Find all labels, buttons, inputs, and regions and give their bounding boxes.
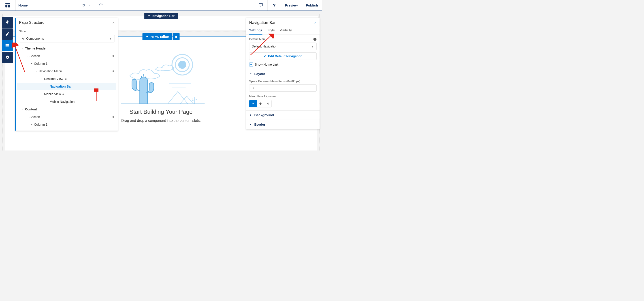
svg-rect-16 [267,104,268,104]
tree-section-1[interactable]: Section [17,52,116,60]
svg-rect-12 [253,104,254,104]
lock-icon [64,78,67,80]
gear-icon[interactable] [82,3,86,8]
rail-settings-button[interactable] [2,52,13,63]
list-icon [5,43,10,48]
svg-rect-4 [6,44,10,45]
chevron-down-icon [30,62,34,65]
rail-structure-button[interactable] [2,40,13,51]
chevron-down-icon [40,78,44,80]
page-structure-panel: Page Structure × Show: All Components ▼ … [15,18,118,131]
align-center-icon [259,102,262,106]
show-select[interactable]: All Components ▼ [19,35,115,42]
property-panel-title: Navigation Bar [249,20,276,25]
svg-rect-3 [259,4,263,6]
property-tabs: Settings Style Visibility [246,26,320,35]
page-name: Home [18,3,28,7]
close-icon[interactable]: × [112,20,115,25]
pencil-icon [5,32,10,37]
tree-section-2[interactable]: Section [17,113,116,121]
chevron-down-icon [25,55,30,57]
tab-settings[interactable]: Settings [249,29,262,35]
close-icon[interactable]: × [314,20,317,25]
accordion-layout[interactable]: Layout [246,69,320,78]
accordion-layout-label: Layout [254,72,266,76]
bolt-icon [148,14,150,18]
edit-default-nav-button[interactable]: Edit Default Navigation [249,53,317,60]
help-icon: ? [273,3,276,8]
page-structure-title: Page Structure [19,20,44,25]
chevron-right-icon [249,114,252,117]
caret-down-icon: ▼ [109,37,112,41]
tree-column-1b[interactable]: Column 1 [17,121,116,128]
svg-rect-15 [268,103,269,105]
desktop-view-button[interactable] [254,0,268,11]
tab-visibility[interactable]: Visibility [280,29,292,35]
help-button[interactable]: ? [268,0,281,11]
svg-rect-2 [8,5,10,8]
default-menu-select[interactable]: Default Navigation ▼ [249,43,317,50]
info-icon[interactable]: i [314,38,317,41]
rail-components-button[interactable] [2,17,13,28]
tree-navigation-bar[interactable]: Navigation Bar [17,83,116,90]
align-right-icon [266,102,270,106]
caret-down-icon: ▼ [311,45,314,48]
chevron-down-icon [25,116,30,118]
tree-desktop-view[interactable]: Desktop View [17,75,116,83]
chevron-right-icon [249,123,252,126]
chevron-down-icon [34,70,38,73]
trash-icon[interactable] [112,115,115,119]
html-editor-pill-label: HTML Editor [150,35,169,39]
chevron-down-icon [30,123,34,126]
align-center-button[interactable] [257,100,264,107]
nav-bar-pill[interactable]: Navigation Bar [144,13,178,19]
tab-style[interactable]: Style [268,29,275,35]
caret-down-icon[interactable] [88,4,91,7]
show-home-link-checkbox[interactable]: Show Home Link [249,63,317,67]
checkbox-checked-icon [249,63,253,67]
trash-icon[interactable] [112,55,115,58]
tree-column-1[interactable]: Column 1 [17,60,116,67]
chevron-down-icon [249,72,252,76]
svg-rect-6 [6,47,10,47]
lock-icon [62,93,65,95]
default-menu-value: Default Navigation [252,45,277,48]
tree-mobile-navigation[interactable]: Mobile Navigation [17,98,116,106]
preview-button[interactable]: Preview [281,0,302,11]
tree-content[interactable]: Content [17,106,116,113]
alignment-buttons [249,100,272,107]
accordion-border-label: Border [254,123,266,126]
gear-icon [5,55,10,60]
refresh-button[interactable] [94,0,108,11]
svg-rect-14 [259,104,261,104]
tree-nav-menu[interactable]: Navigation Menu [17,67,116,75]
chevron-down-icon [40,93,44,95]
nav-bar-pill-label: Navigation Bar [152,14,174,18]
rail-theme-button[interactable] [2,29,13,40]
chevron-down-icon [20,108,25,111]
tree-mobile-view[interactable]: Mobile View [17,90,116,98]
top-toolbar: Home ? Preview Publish [0,0,322,11]
spacing-input[interactable]: 30 [249,85,317,92]
spacing-value: 30 [252,86,255,90]
app-logo[interactable] [0,0,16,11]
tree-theme-header[interactable]: Theme Header [17,45,116,52]
publish-button[interactable]: Publish [302,0,322,11]
accordion-background[interactable]: Background [246,110,320,120]
html-editor-pill[interactable]: HTML Editor [142,33,172,40]
align-left-button[interactable] [249,100,257,107]
show-label: Show: [16,27,118,34]
accordion-border[interactable]: Border [246,120,320,129]
svg-rect-11 [252,103,252,105]
align-right-button[interactable] [264,100,272,107]
align-left-icon [251,102,255,106]
pencil-icon [263,55,266,58]
left-rail [2,17,13,63]
html-editor-delete-button[interactable] [172,33,180,40]
bolt-icon [146,35,149,38]
accordion-background-label: Background [254,113,274,117]
trash-icon[interactable] [112,70,115,73]
page-name-cell[interactable]: Home [16,0,94,11]
empty-state-heading: Start Building Your Page [130,108,193,115]
edit-default-nav-label: Edit Default Navigation [268,55,302,58]
